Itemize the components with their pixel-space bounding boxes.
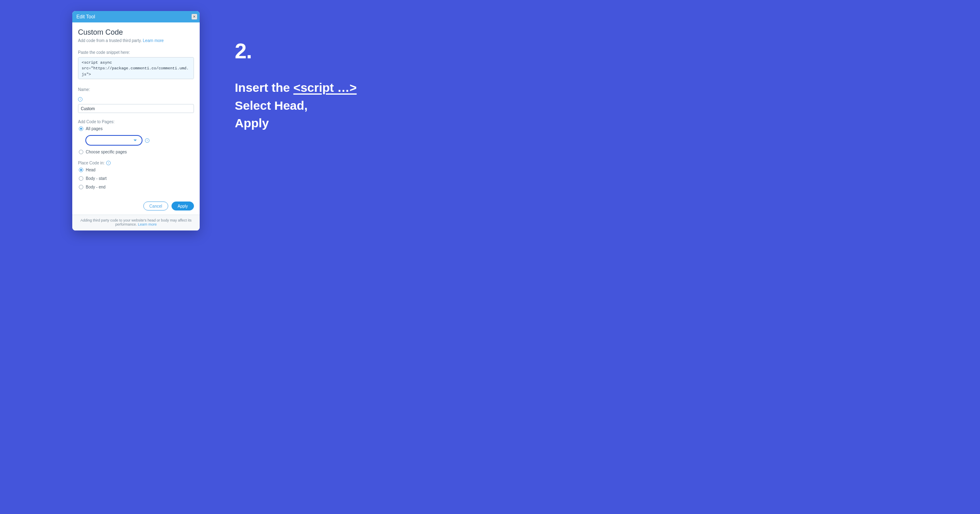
- pages-select-row: i: [85, 135, 194, 146]
- radio-label: Choose specific pages: [86, 150, 127, 154]
- footer-text: Adding third party code to your website'…: [80, 218, 192, 226]
- cancel-button[interactable]: Cancel: [143, 202, 168, 210]
- code-snippet-input[interactable]: [78, 57, 194, 79]
- code-section: Paste the code snippet here:: [78, 50, 194, 81]
- name-input[interactable]: [78, 104, 194, 113]
- instruction-panel: 2. Insert the <script …> Select Head, Ap…: [235, 39, 356, 132]
- subtitle-text: Add code from a trusted third party.: [78, 38, 143, 43]
- radio-icon: [79, 176, 83, 181]
- info-icon[interactable]: i: [145, 138, 149, 143]
- pages-dropdown[interactable]: [85, 135, 143, 146]
- dialog-body: Custom Code Add code from a trusted thir…: [72, 22, 200, 196]
- footer-learn-more-link[interactable]: Learn more: [138, 222, 157, 226]
- apply-button[interactable]: Apply: [172, 202, 194, 210]
- dialog-titlebar: Edit Tool ✕: [72, 11, 200, 22]
- pages-label: Add Code to Pages:: [78, 120, 194, 124]
- radio-specific-pages[interactable]: Choose specific pages: [78, 150, 194, 154]
- code-label: Paste the code snippet here:: [78, 50, 194, 55]
- info-icon[interactable]: i: [106, 161, 111, 165]
- learn-more-link[interactable]: Learn more: [143, 38, 164, 43]
- dialog-subtitle: Add code from a trusted third party. Lea…: [78, 38, 194, 43]
- name-label: Name:: [78, 87, 194, 92]
- info-icon[interactable]: i: [78, 97, 82, 102]
- radio-all-pages[interactable]: All pages: [78, 126, 194, 131]
- radio-label: Head: [86, 168, 96, 172]
- radio-icon: [79, 126, 83, 131]
- radio-body-start[interactable]: Body - start: [78, 176, 194, 181]
- radio-label: All pages: [86, 126, 102, 131]
- instruction-line-1: Insert the <script …>: [235, 79, 356, 97]
- radio-head[interactable]: Head: [78, 168, 194, 172]
- edit-tool-dialog: Edit Tool ✕ Custom Code Add code from a …: [72, 11, 200, 230]
- step-number: 2.: [235, 39, 356, 63]
- place-section: Place Code in: i Head Body - start Body …: [78, 161, 194, 189]
- radio-icon: [79, 150, 83, 154]
- place-label: Place Code in: i: [78, 161, 194, 165]
- instruction-line-3: Apply: [235, 114, 356, 132]
- radio-icon: [79, 168, 83, 172]
- radio-label: Body - end: [86, 185, 105, 189]
- place-label-text: Place Code in:: [78, 161, 105, 165]
- pages-section: Add Code to Pages: All pages i Choose sp…: [78, 120, 194, 154]
- chevron-down-icon: [134, 140, 137, 141]
- radio-body-end[interactable]: Body - end: [78, 185, 194, 189]
- instruction-line-2: Select Head,: [235, 97, 356, 115]
- dialog-footer: Adding third party code to your website'…: [72, 215, 200, 230]
- close-icon[interactable]: ✕: [192, 14, 197, 20]
- instruction-underline: <script …>: [293, 81, 356, 94]
- radio-icon: [79, 185, 83, 189]
- dialog-actions: Cancel Apply: [72, 196, 200, 215]
- radio-label: Body - start: [86, 176, 107, 181]
- name-section: Name: i: [78, 87, 194, 113]
- instruction-text: Insert the: [235, 81, 293, 94]
- dialog-title: Edit Tool: [76, 14, 95, 20]
- dialog-heading: Custom Code: [78, 28, 194, 37]
